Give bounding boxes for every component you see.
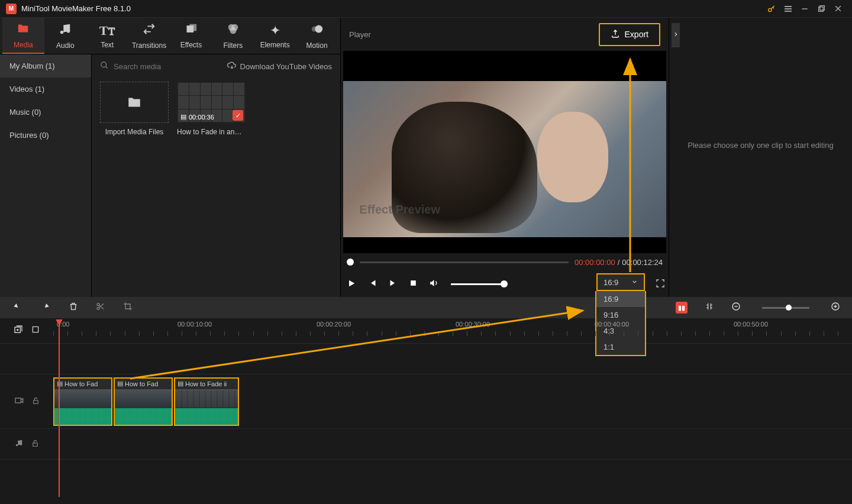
effects-icon [185, 23, 197, 38]
svg-point-11 [311, 26, 317, 31]
tab-media[interactable]: Media [2, 18, 44, 54]
tab-motion[interactable]: Motion [296, 18, 338, 54]
time-current: 00:00:00:00 [575, 258, 615, 267]
svg-rect-13 [411, 280, 416, 286]
next-frame-button[interactable] [389, 279, 398, 289]
sidebar-item-album[interactable]: My Album (1) [0, 54, 91, 77]
motion-icon [311, 22, 324, 39]
key-icon[interactable] [763, 1, 780, 17]
music-icon [59, 22, 72, 39]
svg-rect-24 [33, 442, 37, 445]
import-media-card[interactable]: Import Media Files [100, 82, 169, 136]
chevron-down-icon [631, 278, 638, 287]
sidebar-item-videos[interactable]: Videos (1) [0, 77, 91, 101]
svg-point-12 [101, 62, 106, 67]
video-icon: ▤ [178, 380, 183, 387]
sidebar-item-music[interactable]: Music (0) [0, 101, 91, 124]
video-icon: ▤ [57, 380, 63, 387]
video-icon: ▤ [117, 380, 123, 387]
tab-audio[interactable]: Audio [44, 18, 86, 54]
svg-rect-1 [819, 6, 824, 11]
svg-point-22 [15, 444, 18, 447]
transitions-icon [143, 22, 156, 39]
zoom-in-button[interactable] [831, 302, 840, 314]
media-card-clip1[interactable]: ▤00:00:36 ✓ How to Fade in and… [177, 82, 246, 136]
sidebar-item-pictures[interactable]: Pictures (0) [0, 124, 91, 147]
minimize-button[interactable] [796, 1, 813, 17]
search-input[interactable] [114, 62, 222, 71]
snap-button[interactable] [705, 302, 714, 314]
empty-track[interactable] [0, 459, 852, 490]
sparkle-icon: ✦ [270, 23, 280, 38]
timeline-clip-3[interactable]: ▤How to Fade ii [174, 377, 239, 426]
volume-button[interactable] [429, 278, 439, 290]
video-track-icon [14, 396, 24, 407]
video-icon: ▤ [180, 113, 186, 121]
svg-rect-21 [33, 400, 38, 403]
svg-point-3 [60, 30, 64, 34]
undo-button[interactable] [12, 301, 22, 314]
preview-area[interactable]: Effect Preview [343, 51, 666, 253]
zoom-slider[interactable] [762, 307, 809, 309]
cloud-download-icon [227, 61, 237, 72]
fullscreen-button[interactable] [656, 279, 665, 290]
tab-filters[interactable]: Filters [212, 18, 254, 54]
timeline-clip-1[interactable]: ▤How to Fad [53, 377, 112, 426]
tab-elements[interactable]: ✦ Elements [254, 18, 296, 54]
audio-track[interactable] [0, 428, 852, 459]
zoom-out-button[interactable] [731, 302, 741, 314]
playhead[interactable] [59, 319, 60, 497]
folder-icon [16, 22, 30, 38]
delete-button[interactable] [69, 302, 78, 314]
stop-button[interactable] [409, 279, 417, 289]
player-label: Player [349, 30, 371, 39]
auto-fit-button[interactable]: ▮▮ [676, 302, 688, 314]
maximize-button[interactable] [813, 1, 830, 17]
export-button[interactable]: Export [599, 23, 660, 46]
time-total: 00:00:12:24 [622, 258, 663, 267]
timeline-ruler[interactable]: 0:00 00:00:10:00 00:00:20:00 00:00:30:00… [53, 318, 852, 343]
folder-icon [100, 82, 169, 123]
download-youtube-link[interactable]: Download YouTube Videos [227, 61, 332, 72]
svg-rect-19 [33, 327, 38, 332]
app-icon: M [6, 4, 17, 14]
filters-icon [227, 22, 240, 39]
svg-rect-2 [818, 7, 823, 12]
scrubber-handle[interactable] [347, 259, 354, 266]
svg-point-23 [20, 444, 22, 446]
video-track[interactable]: ▤How to Fad ▤How to Fad ▤How to Fade ii [0, 374, 852, 428]
svg-point-9 [230, 27, 236, 34]
export-icon [611, 29, 620, 40]
prev-frame-button[interactable] [368, 279, 377, 289]
split-button[interactable] [96, 302, 105, 314]
tab-text[interactable]: Tᴛ Text [86, 18, 128, 54]
add-track-button[interactable] [14, 325, 23, 337]
aspect-ratio-button[interactable]: 16:9 [596, 273, 645, 291]
tab-effects[interactable]: Effects [170, 18, 212, 54]
timeline-clip-2[interactable]: ▤How to Fad [114, 377, 173, 426]
aspect-option-16-9[interactable]: 16:9 [596, 291, 645, 307]
svg-rect-20 [15, 398, 21, 403]
play-button[interactable] [347, 279, 356, 290]
menu-icon[interactable] [780, 1, 796, 17]
redo-button[interactable] [40, 301, 51, 314]
edit-placeholder: Please choose only one clip to start edi… [669, 22, 852, 267]
text-icon: Tᴛ [99, 23, 115, 38]
tab-transitions[interactable]: Transitions [128, 18, 170, 54]
effect-preview-watermark: Effect Preview [359, 203, 440, 217]
lock-icon[interactable] [31, 440, 39, 449]
text-track[interactable] [0, 343, 852, 374]
track-manager-button[interactable] [31, 325, 40, 336]
search-icon [100, 61, 109, 72]
svg-rect-6 [189, 24, 196, 31]
check-icon: ✓ [233, 110, 243, 121]
lock-icon[interactable] [32, 397, 40, 406]
crop-button[interactable] [123, 302, 133, 314]
close-button[interactable] [830, 1, 846, 17]
music-track-icon [15, 439, 23, 449]
scrubber-track[interactable] [360, 261, 569, 263]
svg-point-4 [67, 29, 70, 32]
app-title: MiniTool MovieMaker Free 8.1.0 [21, 4, 131, 13]
volume-slider[interactable] [451, 283, 504, 285]
